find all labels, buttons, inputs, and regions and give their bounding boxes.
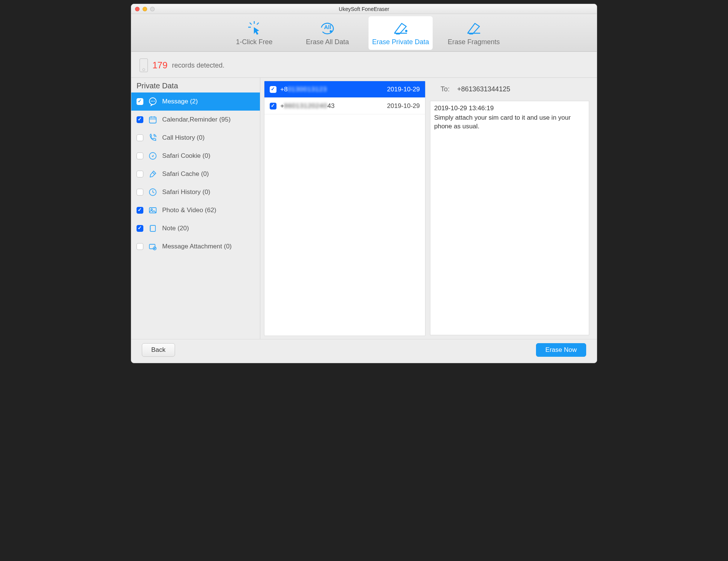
titlebar: UkeySoft FoneEraser bbox=[131, 4, 597, 14]
message-row-1[interactable]: +8601312024043 2019-10-29 bbox=[264, 98, 425, 114]
window-title: UkeySoft FoneEraser bbox=[131, 6, 597, 12]
message-date: 2019-10-29 bbox=[387, 86, 420, 93]
sidebar-item-8[interactable]: Message Attachment (0) bbox=[131, 237, 260, 256]
checkbox[interactable] bbox=[137, 243, 143, 250]
svg-point-1 bbox=[330, 30, 332, 32]
checkbox[interactable] bbox=[137, 207, 143, 214]
app-window: UkeySoft FoneEraser 1-Click Free All Era… bbox=[131, 4, 597, 363]
sidebar-item-1[interactable]: Calendar,Reminder (95) bbox=[131, 111, 260, 129]
sidebar-item-5[interactable]: Safari History (0) bbox=[131, 183, 260, 201]
note-icon bbox=[148, 223, 158, 233]
back-button[interactable]: Back bbox=[142, 343, 175, 357]
main-toolbar: 1-Click Free All Erase All Data Erase Pr… bbox=[131, 14, 597, 52]
compass-icon bbox=[148, 151, 158, 161]
detail-message: Simply attach your sim card to it and us… bbox=[434, 114, 585, 131]
brush-icon bbox=[148, 169, 158, 179]
tab-erase-fragments[interactable]: Erase Fragments bbox=[442, 16, 506, 50]
sidebar-item-label: Call History (0) bbox=[162, 134, 204, 142]
message-number: +8601312024043 bbox=[280, 102, 383, 110]
message-icon bbox=[148, 97, 158, 106]
records-text: records detected. bbox=[172, 62, 224, 69]
sidebar-item-4[interactable]: Safari Cache (0) bbox=[131, 165, 260, 183]
callhistory-icon bbox=[148, 133, 158, 143]
sidebar-item-label: Safari Cache (0) bbox=[162, 170, 209, 178]
clickfree-icon bbox=[224, 18, 285, 37]
detail-header: To: +8613631344125 bbox=[425, 78, 593, 101]
svg-point-6 bbox=[151, 101, 152, 102]
tab-label: Erase All Data bbox=[297, 38, 358, 46]
tab-label: Erase Private Data bbox=[370, 38, 431, 46]
records-count: 179 bbox=[152, 60, 167, 71]
tab-label: Erase Fragments bbox=[443, 38, 504, 46]
detail-panel: To: +8613631344125 2019-10-29 13:46:19 S… bbox=[425, 78, 597, 339]
detail-body: 2019-10-29 13:46:19 Simply attach your s… bbox=[430, 101, 589, 335]
sidebar-item-3[interactable]: Safari Cookie (0) bbox=[131, 147, 260, 165]
erasefragments-icon bbox=[443, 18, 504, 37]
photo-icon bbox=[148, 205, 158, 215]
eraseprivate-icon bbox=[370, 18, 431, 37]
svg-point-3 bbox=[405, 30, 407, 32]
tab-label: 1-Click Free bbox=[224, 38, 285, 46]
checkbox[interactable] bbox=[137, 171, 143, 177]
sidebar-item-label: Safari Cookie (0) bbox=[162, 152, 210, 160]
tab-1click-free[interactable]: 1-Click Free bbox=[222, 16, 286, 50]
sidebar-item-6[interactable]: Photo & Video (62) bbox=[131, 201, 260, 219]
tab-erase-private-data[interactable]: Erase Private Data bbox=[369, 16, 433, 50]
svg-text:All: All bbox=[324, 24, 331, 30]
footer: Back Erase Now bbox=[131, 339, 597, 363]
sidebar-item-label: Safari History (0) bbox=[162, 188, 210, 196]
svg-rect-18 bbox=[150, 225, 155, 231]
message-number: +80130013123 bbox=[280, 86, 383, 93]
checkbox[interactable] bbox=[137, 98, 143, 105]
checkbox[interactable] bbox=[270, 103, 276, 109]
detail-timestamp: 2019-10-29 13:46:19 bbox=[434, 104, 585, 113]
sidebar-item-label: Message (2) bbox=[162, 98, 198, 105]
status-bar: 179 records detected. bbox=[131, 52, 597, 78]
sidebar-item-label: Note (20) bbox=[162, 225, 189, 232]
phone-icon bbox=[140, 59, 148, 72]
sidebar: Private Data Message (2) Calendar,Remind… bbox=[131, 78, 260, 339]
erase-now-button[interactable]: Erase Now bbox=[536, 343, 586, 357]
detail-to-number: +8613631344125 bbox=[457, 85, 510, 93]
message-row-0[interactable]: +80130013123 2019-10-29 bbox=[264, 81, 425, 98]
clock-icon bbox=[148, 187, 158, 197]
calendar-icon bbox=[148, 115, 158, 125]
detail-to-label: To: bbox=[441, 85, 450, 93]
category-list: Message (2) Calendar,Reminder (95) Call … bbox=[131, 92, 260, 339]
sidebar-item-2[interactable]: Call History (0) bbox=[131, 129, 260, 147]
eraseall-icon: All bbox=[297, 18, 358, 37]
checkbox[interactable] bbox=[137, 153, 143, 159]
svg-point-8 bbox=[154, 101, 155, 102]
message-list-panel: +80130013123 2019-10-29 +8601312024043 2… bbox=[260, 78, 425, 339]
attachment-icon bbox=[148, 242, 158, 251]
message-list: +80130013123 2019-10-29 +8601312024043 2… bbox=[264, 81, 425, 336]
sidebar-item-7[interactable]: Note (20) bbox=[131, 219, 260, 237]
svg-point-7 bbox=[152, 101, 153, 102]
checkbox[interactable] bbox=[137, 225, 143, 232]
tab-erase-all-data[interactable]: All Erase All Data bbox=[295, 16, 359, 50]
sidebar-title: Private Data bbox=[131, 78, 260, 92]
sidebar-item-label: Photo & Video (62) bbox=[162, 207, 216, 214]
svg-line-14 bbox=[152, 172, 155, 174]
checkbox[interactable] bbox=[137, 134, 143, 141]
checkbox[interactable] bbox=[137, 189, 143, 196]
checkbox[interactable] bbox=[270, 86, 276, 93]
sidebar-item-label: Message Attachment (0) bbox=[162, 243, 232, 250]
message-date: 2019-10-29 bbox=[387, 102, 420, 110]
svg-rect-9 bbox=[149, 117, 156, 123]
content-area: Private Data Message (2) Calendar,Remind… bbox=[131, 78, 597, 339]
checkbox[interactable] bbox=[137, 116, 143, 123]
sidebar-item-0[interactable]: Message (2) bbox=[131, 92, 260, 111]
sidebar-item-label: Calendar,Reminder (95) bbox=[162, 116, 230, 123]
